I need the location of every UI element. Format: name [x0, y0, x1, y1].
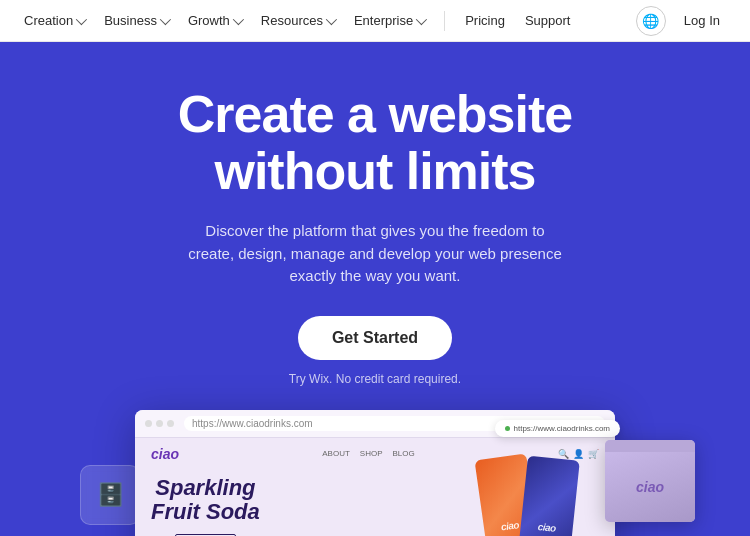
- cart-icon: 🛒: [588, 449, 599, 459]
- chevron-icon-creation: [76, 13, 87, 24]
- nav-item-resources[interactable]: Resources: [253, 9, 342, 32]
- chevron-icon-resources: [326, 13, 337, 24]
- login-button[interactable]: Log In: [670, 7, 734, 34]
- url-dot-green: [505, 426, 510, 431]
- nav-link-support[interactable]: Support: [517, 9, 579, 32]
- site-hero-title: Sparkling Fruit Soda: [151, 476, 260, 524]
- site-nav-blog: BLOG: [393, 449, 415, 458]
- can-blue-label: ciao: [537, 521, 556, 534]
- get-started-button[interactable]: Get Started: [298, 316, 452, 360]
- site-nav-links: ABOUT SHOP BLOG: [322, 449, 414, 458]
- mockup-container: 🗄️ https://www.ciaodrinks.com ciao: [20, 410, 730, 536]
- dot-red: [145, 420, 152, 427]
- nav-label-resources: Resources: [261, 13, 323, 28]
- url-badge: https://www.ciaodrinks.com: [495, 420, 620, 437]
- stack-icon: 🗄️: [97, 482, 124, 508]
- dot-yellow: [156, 420, 163, 427]
- can-orange-label: ciao: [500, 519, 519, 532]
- can-blue: ciao: [518, 455, 580, 536]
- chevron-icon-enterprise: [416, 13, 427, 24]
- nav-support-label: Support: [525, 13, 571, 28]
- site-logo: ciao: [151, 446, 179, 462]
- right-browser-content: ciao: [605, 452, 695, 522]
- right-logo: ciao: [636, 479, 664, 495]
- nav-label-creation: Creation: [24, 13, 73, 28]
- nav-item-enterprise[interactable]: Enterprise: [346, 9, 432, 32]
- url-badge-text: https://www.ciaodrinks.com: [514, 424, 610, 433]
- hero-section: Create a website without limits Discover…: [0, 42, 750, 536]
- nav-left: Creation Business Growth Resources Enter…: [16, 9, 578, 32]
- navbar: Creation Business Growth Resources Enter…: [0, 0, 750, 42]
- hero-subtitle: Discover the platform that gives you the…: [185, 220, 565, 288]
- nav-separator: [444, 11, 445, 31]
- nav-right: 🌐 Log In: [636, 6, 734, 36]
- browser-dots: [145, 420, 174, 427]
- cans-image: ciao ciao: [471, 458, 575, 536]
- site-nav-shop: SHOP: [360, 449, 383, 458]
- nav-label-enterprise: Enterprise: [354, 13, 413, 28]
- hero-title-line1: Create a website: [178, 85, 572, 143]
- login-label: Log In: [684, 13, 720, 28]
- browser-content: ciao ABOUT SHOP BLOG 🔍 👤 🛒 Spa: [135, 438, 615, 536]
- right-browser-window: ciao: [605, 440, 695, 522]
- globe-icon: 🌐: [642, 13, 659, 29]
- site-title-line1: Sparkling: [155, 475, 255, 500]
- hero-title-line2: without limits: [214, 142, 535, 200]
- url-text: https://www.ciaodrinks.com: [192, 418, 313, 429]
- nav-item-growth[interactable]: Growth: [180, 9, 249, 32]
- hero-title: Create a website without limits: [20, 86, 730, 200]
- nav-item-business[interactable]: Business: [96, 9, 176, 32]
- nav-item-creation[interactable]: Creation: [16, 9, 92, 32]
- nav-label-business: Business: [104, 13, 157, 28]
- chevron-icon-growth: [233, 13, 244, 24]
- dot-green: [167, 420, 174, 427]
- nav-label-growth: Growth: [188, 13, 230, 28]
- language-button[interactable]: 🌐: [636, 6, 666, 36]
- no-credit-text: Try Wix. No credit card required.: [20, 372, 730, 386]
- nav-link-pricing[interactable]: Pricing: [457, 9, 513, 32]
- site-hero-text: Sparkling Fruit Soda SHOP NOW: [151, 476, 260, 536]
- nav-pricing-label: Pricing: [465, 13, 505, 28]
- right-browser-bar: [605, 440, 695, 452]
- float-card-left: 🗄️: [80, 465, 140, 525]
- site-title-line2: Fruit Soda: [151, 499, 260, 524]
- site-nav-about: ABOUT: [322, 449, 350, 458]
- chevron-icon-business: [160, 13, 171, 24]
